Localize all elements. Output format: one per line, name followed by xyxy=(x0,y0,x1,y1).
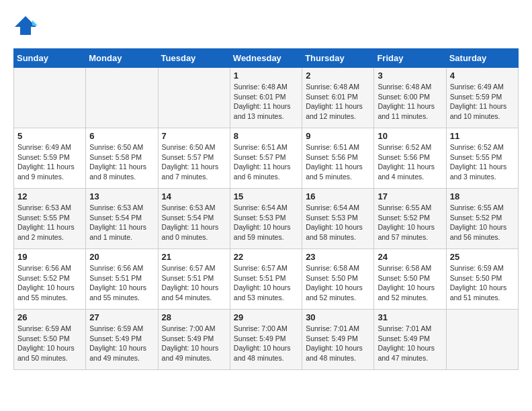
day-number: 3 xyxy=(378,71,442,81)
day-number: 4 xyxy=(450,71,515,81)
cell-content: Sunrise: 6:51 AM Sunset: 5:57 PM Dayligh… xyxy=(234,142,298,182)
cell-content: Sunrise: 6:49 AM Sunset: 5:59 PM Dayligh… xyxy=(17,142,82,182)
cell-content: Sunrise: 6:53 AM Sunset: 5:55 PM Dayligh… xyxy=(17,203,82,242)
cell-content: Sunrise: 7:01 AM Sunset: 5:49 PM Dayligh… xyxy=(378,324,442,363)
calendar-cell: 12Sunrise: 6:53 AM Sunset: 5:55 PM Dayli… xyxy=(14,189,86,249)
calendar-cell: 25Sunrise: 6:59 AM Sunset: 5:50 PM Dayli… xyxy=(446,249,518,310)
calendar-cell: 27Sunrise: 6:59 AM Sunset: 5:49 PM Dayli… xyxy=(86,310,158,370)
logo xyxy=(13,13,42,38)
calendar-cell: 7Sunrise: 6:50 AM Sunset: 5:57 PM Daylig… xyxy=(158,128,230,189)
day-number: 15 xyxy=(234,191,298,201)
cell-content: Sunrise: 6:59 AM Sunset: 5:50 PM Dayligh… xyxy=(17,324,82,363)
cell-content: Sunrise: 6:55 AM Sunset: 5:52 PM Dayligh… xyxy=(450,203,515,242)
day-number: 24 xyxy=(378,252,442,262)
calendar-week-row: 12Sunrise: 6:53 AM Sunset: 5:55 PM Dayli… xyxy=(14,189,519,249)
calendar-cell: 24Sunrise: 6:58 AM Sunset: 5:50 PM Dayli… xyxy=(374,249,446,310)
weekday-header: Monday xyxy=(86,49,158,68)
calendar-cell: 8Sunrise: 6:51 AM Sunset: 5:57 PM Daylig… xyxy=(230,128,302,189)
cell-content: Sunrise: 7:01 AM Sunset: 5:49 PM Dayligh… xyxy=(306,324,370,363)
calendar-cell: 4Sunrise: 6:49 AM Sunset: 5:59 PM Daylig… xyxy=(446,68,518,128)
day-number: 11 xyxy=(450,131,515,141)
day-number: 23 xyxy=(306,252,370,262)
day-number: 10 xyxy=(378,131,442,141)
cell-content: Sunrise: 6:53 AM Sunset: 5:54 PM Dayligh… xyxy=(162,203,226,242)
weekday-header: Saturday xyxy=(446,49,518,68)
cell-content: Sunrise: 6:49 AM Sunset: 5:59 PM Dayligh… xyxy=(450,82,515,122)
calendar-cell: 22Sunrise: 6:57 AM Sunset: 5:51 PM Dayli… xyxy=(230,249,302,310)
calendar-header: SundayMondayTuesdayWednesdayThursdayFrid… xyxy=(14,49,519,68)
calendar-cell: 6Sunrise: 6:50 AM Sunset: 5:58 PM Daylig… xyxy=(86,128,158,189)
calendar-cell: 15Sunrise: 6:54 AM Sunset: 5:53 PM Dayli… xyxy=(230,189,302,249)
cell-content: Sunrise: 6:57 AM Sunset: 5:51 PM Dayligh… xyxy=(234,263,298,303)
cell-content: Sunrise: 6:50 AM Sunset: 5:57 PM Dayligh… xyxy=(162,142,226,182)
page-header xyxy=(13,13,519,38)
cell-content: Sunrise: 6:59 AM Sunset: 5:50 PM Dayligh… xyxy=(450,263,515,303)
calendar-cell: 5Sunrise: 6:49 AM Sunset: 5:59 PM Daylig… xyxy=(14,128,86,189)
calendar-cell: 2Sunrise: 6:48 AM Sunset: 6:01 PM Daylig… xyxy=(302,68,374,128)
cell-content: Sunrise: 6:52 AM Sunset: 5:55 PM Dayligh… xyxy=(450,142,515,182)
cell-content: Sunrise: 6:56 AM Sunset: 5:52 PM Dayligh… xyxy=(17,263,82,303)
cell-content: Sunrise: 7:00 AM Sunset: 5:49 PM Dayligh… xyxy=(234,324,298,363)
calendar-week-row: 26Sunrise: 6:59 AM Sunset: 5:50 PM Dayli… xyxy=(14,310,519,370)
calendar-cell: 28Sunrise: 7:00 AM Sunset: 5:49 PM Dayli… xyxy=(158,310,230,370)
calendar-cell: 18Sunrise: 6:55 AM Sunset: 5:52 PM Dayli… xyxy=(446,189,518,249)
day-number: 1 xyxy=(234,71,298,81)
cell-content: Sunrise: 6:53 AM Sunset: 5:54 PM Dayligh… xyxy=(89,203,154,242)
calendar-body: 1Sunrise: 6:48 AM Sunset: 6:01 PM Daylig… xyxy=(14,68,519,370)
cell-content: Sunrise: 6:51 AM Sunset: 5:56 PM Dayligh… xyxy=(306,142,370,182)
day-number: 17 xyxy=(378,191,442,201)
calendar-week-row: 1Sunrise: 6:48 AM Sunset: 6:01 PM Daylig… xyxy=(14,68,519,128)
day-number: 29 xyxy=(234,312,298,322)
day-number: 16 xyxy=(306,191,370,201)
weekday-header: Wednesday xyxy=(230,49,302,68)
cell-content: Sunrise: 6:55 AM Sunset: 5:52 PM Dayligh… xyxy=(378,203,442,242)
day-number: 7 xyxy=(162,131,226,141)
weekday-header: Friday xyxy=(374,49,446,68)
weekday-header: Thursday xyxy=(302,49,374,68)
calendar-cell: 3Sunrise: 6:48 AM Sunset: 6:00 PM Daylig… xyxy=(374,68,446,128)
calendar-cell xyxy=(14,68,86,128)
cell-content: Sunrise: 6:56 AM Sunset: 5:51 PM Dayligh… xyxy=(89,263,154,303)
calendar-cell: 11Sunrise: 6:52 AM Sunset: 5:55 PM Dayli… xyxy=(446,128,518,189)
day-number: 18 xyxy=(450,191,515,201)
day-number: 25 xyxy=(450,252,515,262)
calendar-cell: 9Sunrise: 6:51 AM Sunset: 5:56 PM Daylig… xyxy=(302,128,374,189)
calendar-cell: 10Sunrise: 6:52 AM Sunset: 5:56 PM Dayli… xyxy=(374,128,446,189)
cell-content: Sunrise: 6:54 AM Sunset: 5:53 PM Dayligh… xyxy=(306,203,370,242)
calendar-cell: 21Sunrise: 6:57 AM Sunset: 5:51 PM Dayli… xyxy=(158,249,230,310)
day-number: 31 xyxy=(378,312,442,322)
weekday-header: Sunday xyxy=(14,49,86,68)
cell-content: Sunrise: 6:50 AM Sunset: 5:58 PM Dayligh… xyxy=(89,142,154,182)
day-number: 30 xyxy=(306,312,370,322)
calendar-cell: 31Sunrise: 7:01 AM Sunset: 5:49 PM Dayli… xyxy=(374,310,446,370)
calendar-cell xyxy=(446,310,518,370)
cell-content: Sunrise: 6:59 AM Sunset: 5:49 PM Dayligh… xyxy=(89,324,154,363)
calendar-cell: 26Sunrise: 6:59 AM Sunset: 5:50 PM Dayli… xyxy=(14,310,86,370)
calendar-cell: 1Sunrise: 6:48 AM Sunset: 6:01 PM Daylig… xyxy=(230,68,302,128)
calendar-cell: 29Sunrise: 7:00 AM Sunset: 5:49 PM Dayli… xyxy=(230,310,302,370)
day-number: 27 xyxy=(89,312,154,322)
weekday-header: Tuesday xyxy=(158,49,230,68)
day-number: 2 xyxy=(306,71,370,81)
calendar-week-row: 19Sunrise: 6:56 AM Sunset: 5:52 PM Dayli… xyxy=(14,249,519,310)
day-number: 26 xyxy=(17,312,82,322)
cell-content: Sunrise: 7:00 AM Sunset: 5:49 PM Dayligh… xyxy=(162,324,226,363)
cell-content: Sunrise: 6:57 AM Sunset: 5:51 PM Dayligh… xyxy=(162,263,226,303)
calendar-cell: 19Sunrise: 6:56 AM Sunset: 5:52 PM Dayli… xyxy=(14,249,86,310)
calendar-cell xyxy=(86,68,158,128)
cell-content: Sunrise: 6:58 AM Sunset: 5:50 PM Dayligh… xyxy=(306,263,370,303)
calendar-cell: 30Sunrise: 7:01 AM Sunset: 5:49 PM Dayli… xyxy=(302,310,374,370)
day-number: 20 xyxy=(89,252,154,262)
calendar-week-row: 5Sunrise: 6:49 AM Sunset: 5:59 PM Daylig… xyxy=(14,128,519,189)
day-number: 14 xyxy=(162,191,226,201)
day-number: 5 xyxy=(17,131,82,141)
calendar-cell: 16Sunrise: 6:54 AM Sunset: 5:53 PM Dayli… xyxy=(302,189,374,249)
cell-content: Sunrise: 6:58 AM Sunset: 5:50 PM Dayligh… xyxy=(378,263,442,303)
day-number: 8 xyxy=(234,131,298,141)
cell-content: Sunrise: 6:48 AM Sunset: 6:01 PM Dayligh… xyxy=(234,82,298,122)
day-number: 13 xyxy=(89,191,154,201)
cell-content: Sunrise: 6:48 AM Sunset: 6:01 PM Dayligh… xyxy=(306,82,370,122)
logo-icon xyxy=(13,13,38,38)
day-number: 6 xyxy=(89,131,154,141)
cell-content: Sunrise: 6:52 AM Sunset: 5:56 PM Dayligh… xyxy=(378,142,442,182)
